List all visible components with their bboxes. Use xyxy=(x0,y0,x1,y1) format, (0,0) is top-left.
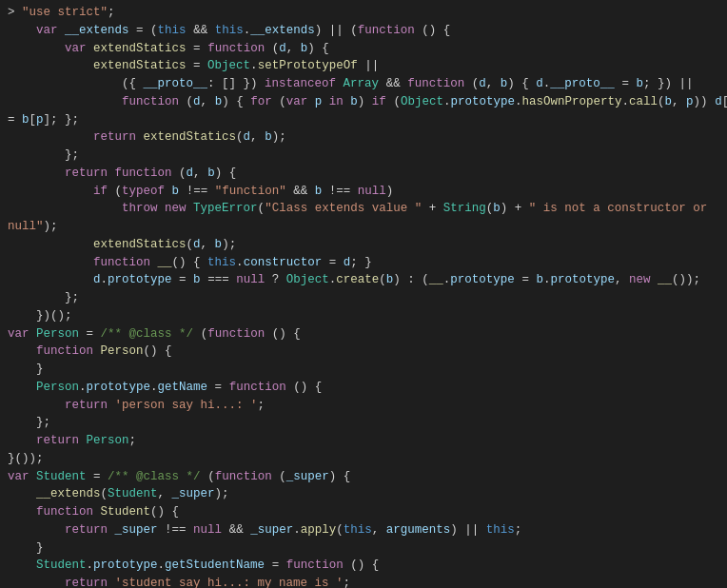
code-editor: > "use strict"; var __extends = (this &&… xyxy=(0,0,727,588)
code-content: > "use strict"; var __extends = (this &&… xyxy=(0,0,727,588)
